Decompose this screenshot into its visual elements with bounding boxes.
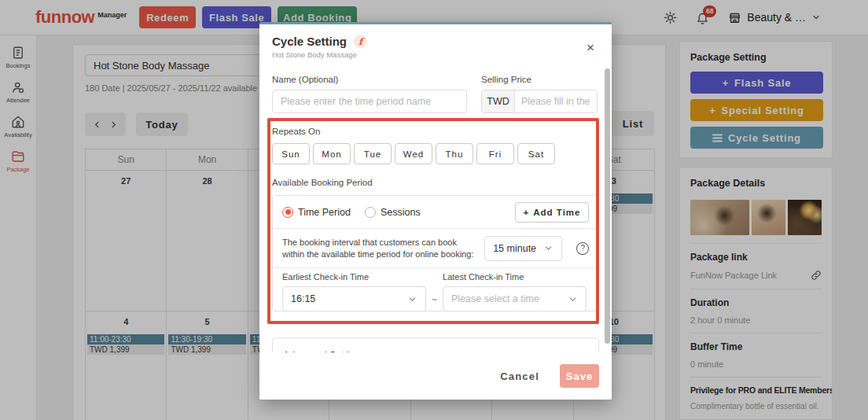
save-button[interactable]: Save [560,364,599,388]
selling-price-input[interactable] [515,90,597,112]
funnow-f-badge-icon: f [354,35,367,48]
day-button-fri[interactable]: Fri [476,143,514,164]
currency-prefix: TWD [482,90,515,112]
radio-selected-icon [282,207,293,218]
repeat-day-row: Sun Mon Tue Wed Thu Fri Sat [272,143,599,164]
booking-period-panel: Time Period Sessions + Add Time The book… [272,195,599,311]
cancel-button[interactable]: Cancel [500,370,539,382]
day-button-sat[interactable]: Sat [517,143,555,164]
day-button-thu[interactable]: Thu [436,143,473,164]
day-button-tue[interactable]: Tue [354,143,392,164]
earliest-checkin-select[interactable]: 16:15 [282,286,426,311]
radio-unselected-icon [365,207,376,218]
sessions-radio[interactable]: Sessions [365,207,421,218]
plus-icon: + [524,208,530,217]
add-time-button[interactable]: + Add Time [515,202,589,223]
booking-period-label: Available Booking Period [272,178,599,187]
selling-price-label: Selling Price [481,75,598,85]
name-input[interactable] [272,90,467,113]
selling-price-group: TWD [481,90,598,113]
name-label: Name (Optional) [272,75,467,85]
interval-description: The booking interval that customers can … [282,237,481,260]
cycle-setting-modal: Cycle Setting f Hot Stone Body Massage ×… [259,22,612,400]
repeats-on-label: Repeats On [272,127,599,136]
latest-checkin-label: Latest Check-in Time [443,272,587,282]
day-button-mon[interactable]: Mon [313,143,351,164]
day-button-sun[interactable]: Sun [272,143,310,164]
modal-subtitle: Hot Stone Body Massage [272,50,599,59]
help-icon[interactable]: ? [576,242,589,255]
close-icon[interactable]: × [583,40,598,54]
time-period-radio[interactable]: Time Period [282,207,351,218]
interval-select[interactable]: 15 minute [484,236,562,261]
modal-scrollbar[interactable] [605,68,610,344]
chevron-down-icon [543,243,554,253]
modal-title: Cycle Setting [272,35,347,48]
range-separator: ~ [432,294,437,305]
modal-footer: Cancel Save [259,352,612,400]
day-button-wed[interactable]: Wed [395,143,432,164]
earliest-checkin-label: Earliest Check-in Time [282,272,426,282]
latest-checkin-select[interactable]: Please select a time [443,286,587,311]
chevron-down-icon [568,294,578,304]
chevron-down-icon [407,294,417,304]
